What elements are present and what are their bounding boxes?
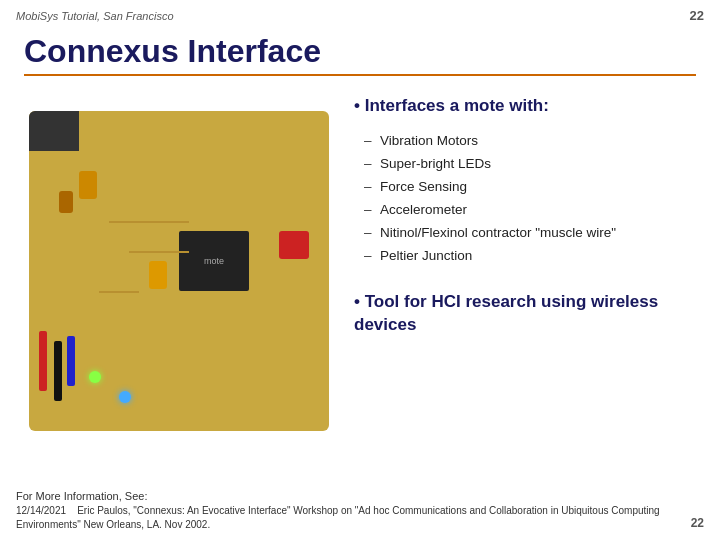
- header-page-number: 22: [690, 8, 704, 23]
- led-blue: [119, 391, 131, 403]
- slide-header: MobiSys Tutorial, San Francisco 22: [0, 0, 720, 27]
- footer-reference: 12/14/2021 Eric Paulos, "Connexus: An Ev…: [16, 504, 691, 532]
- chip-small: [29, 111, 79, 151]
- sub-bullet-list: Vibration Motors Super-bright LEDs Force…: [354, 130, 696, 268]
- wire-blue: [67, 336, 75, 386]
- wire-black: [54, 341, 62, 401]
- title-underline: [24, 74, 696, 76]
- chip-main: [179, 231, 249, 291]
- header-left-text: MobiSys Tutorial, San Francisco: [16, 10, 174, 22]
- capacitor-3: [149, 261, 167, 289]
- capacitor-1: [79, 171, 97, 199]
- list-item: Force Sensing: [364, 176, 696, 199]
- circuit-board-visual: [29, 111, 329, 431]
- bullet-1-heading: Interfaces a mote with:: [354, 96, 696, 116]
- red-component: [279, 231, 309, 259]
- circuit-board-image: [24, 86, 334, 456]
- trace-3: [99, 291, 139, 293]
- bullet-2-heading: Tool for HCI research using wireless dev…: [354, 290, 696, 338]
- list-item: Super-bright LEDs: [364, 153, 696, 176]
- footer-page-number: 22: [691, 515, 704, 532]
- text-area: Interfaces a mote with: Vibration Motors…: [334, 86, 696, 456]
- footer-ref-text: Eric Paulos, "Connexus: An Evocative Int…: [16, 505, 660, 530]
- footer-date: 12/14/2021: [16, 505, 66, 516]
- trace-1: [109, 221, 189, 223]
- led-green: [89, 371, 101, 383]
- title-section: Connexus Interface: [0, 27, 720, 76]
- footer-bottom-row: 12/14/2021 Eric Paulos, "Connexus: An Ev…: [16, 504, 704, 532]
- footer: For More Information, See: 12/14/2021 Er…: [16, 490, 704, 532]
- capacitor-2: [59, 191, 73, 213]
- list-item: Peltier Junction: [364, 245, 696, 268]
- content-area: Interfaces a mote with: Vibration Motors…: [0, 86, 720, 456]
- list-item: Vibration Motors: [364, 130, 696, 153]
- list-item: Nitinol/Flexinol contractor "muscle wire…: [364, 222, 696, 245]
- page-title: Connexus Interface: [24, 33, 696, 70]
- list-item: Accelerometer: [364, 199, 696, 222]
- slide: MobiSys Tutorial, San Francisco 22 Conne…: [0, 0, 720, 540]
- wire-red: [39, 331, 47, 391]
- trace-2: [129, 251, 189, 253]
- footer-for-more: For More Information, See:: [16, 490, 704, 502]
